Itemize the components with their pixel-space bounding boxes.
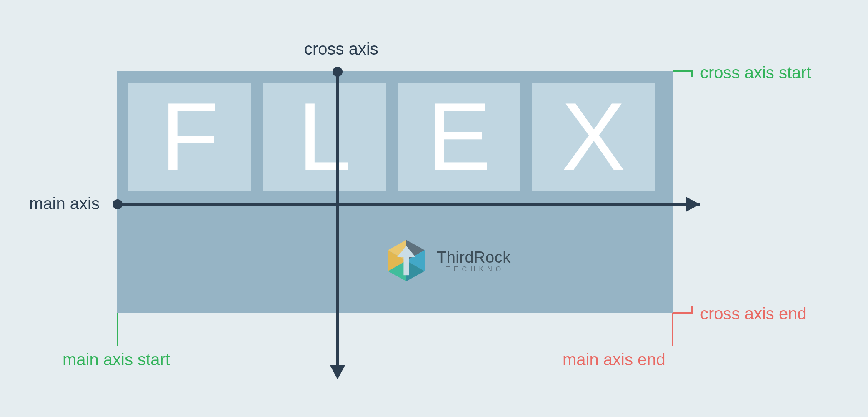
main-axis-start-label: main axis start bbox=[63, 350, 170, 369]
logo-text: ThirdRock TECHKNO bbox=[437, 249, 514, 273]
main-axis-end-label: main axis end bbox=[563, 350, 665, 369]
flex-item-letter: X bbox=[562, 89, 625, 185]
svg-marker-13 bbox=[330, 365, 345, 379]
diagram-stage: F L E X ThirdRock TECHKNO bbox=[0, 0, 868, 417]
svg-rect-6 bbox=[403, 254, 409, 276]
cross-axis-label: cross axis bbox=[304, 40, 378, 58]
branding-logo: ThirdRock TECHKNO bbox=[383, 238, 514, 284]
logo-name: ThirdRock bbox=[437, 249, 514, 266]
flex-items-row: F L E X bbox=[128, 83, 655, 191]
flex-item-letter: E bbox=[427, 89, 491, 185]
logo-icon bbox=[383, 238, 429, 284]
flex-item: X bbox=[532, 83, 655, 191]
flex-item: E bbox=[398, 83, 520, 191]
cross-axis-start-label: cross axis start bbox=[700, 63, 811, 82]
flex-item: L bbox=[263, 83, 386, 191]
flex-item: F bbox=[128, 83, 251, 191]
main-axis-label: main axis bbox=[29, 194, 100, 213]
logo-tagline: TECHKNO bbox=[446, 266, 505, 273]
flex-item-letter: L bbox=[298, 89, 351, 185]
cross-axis-end-label: cross axis end bbox=[700, 304, 807, 323]
flex-item-letter: F bbox=[160, 89, 219, 185]
svg-marker-10 bbox=[686, 197, 700, 212]
